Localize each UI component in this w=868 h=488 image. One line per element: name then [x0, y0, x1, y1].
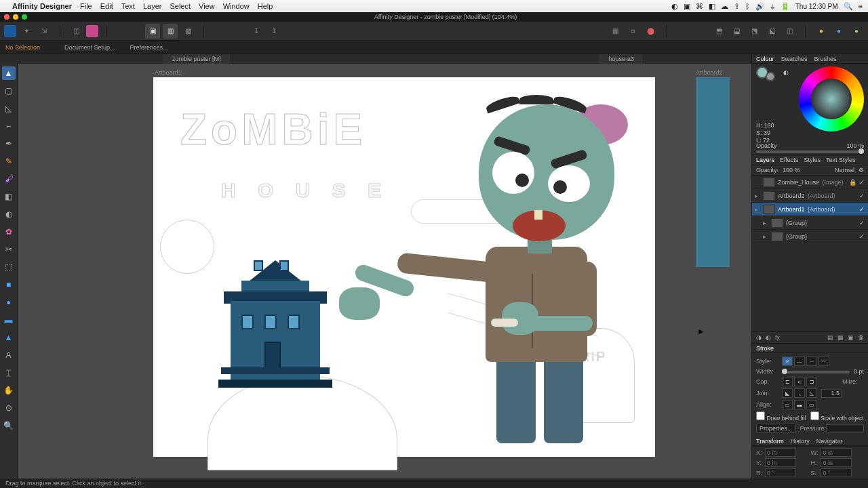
persona-pixel-button[interactable]: ✦ [19, 24, 34, 39]
draw-behind-checkbox[interactable]: Draw behind fill [756, 411, 806, 422]
layer-name[interactable]: Artboard2 (Artboard) [778, 192, 856, 199]
visibility-checkbox[interactable]: ✓ [859, 179, 865, 186]
dropbox-icon[interactable]: ⇪ [734, 2, 740, 11]
status-icon[interactable]: ☁ [721, 2, 728, 11]
fill-tool[interactable]: ◧ [2, 190, 16, 203]
expand-arrow-icon[interactable]: ▸ [763, 233, 768, 240]
stroke-width-slider[interactable] [782, 371, 850, 373]
expand-arrow-icon[interactable]: ▸ [763, 220, 768, 226]
visibility-checkbox[interactable]: ✓ [859, 220, 865, 226]
stroke-width-value[interactable]: 0 pt [854, 368, 864, 375]
text-frame-tool[interactable]: ⌶ [2, 366, 16, 380]
window-maximize-button[interactable] [22, 14, 27, 20]
layer-row[interactable]: ▸Artboard1 (Artboard)✓ [752, 203, 868, 216]
trash-icon[interactable]: 🗑 [858, 334, 864, 341]
tab-colour[interactable]: Colour [756, 56, 774, 62]
status-icon[interactable]: ◧ [709, 2, 715, 11]
crop-tool[interactable]: ✂ [2, 243, 16, 256]
rectangle-tool[interactable]: ■ [2, 278, 16, 291]
move-tool[interactable]: ▲ [2, 66, 16, 80]
notification-center-icon[interactable]: ≡ [859, 2, 863, 10]
volume-icon[interactable]: 🔊 [755, 2, 765, 11]
menu-help[interactable]: Help [258, 2, 273, 10]
lock-icon[interactable]: 🔒 [849, 179, 856, 186]
layer-name[interactable]: (Group) [786, 220, 856, 226]
arrange-button[interactable]: ⬒ [711, 24, 726, 39]
stroke-brush-button[interactable]: 〰 [818, 357, 829, 366]
house-illustration[interactable] [221, 253, 330, 389]
triangle-tool[interactable]: ▲ [2, 331, 16, 344]
cap-butt-button[interactable]: ⊏ [782, 377, 793, 386]
zombie-illustration[interactable] [343, 98, 642, 457]
brush-tool[interactable]: 🖌 [2, 172, 16, 186]
artboard2[interactable] [696, 77, 730, 267]
join-round-button[interactable]: ◟ [794, 388, 805, 398]
mask-icon[interactable]: ◑ [756, 334, 762, 341]
fx-icon[interactable]: fx [775, 334, 780, 341]
ellipse-tool[interactable]: ● [2, 296, 16, 309]
visibility-checkbox[interactable]: ✓ [859, 192, 865, 199]
tab-text-styles[interactable]: Text Styles [826, 157, 856, 163]
menu-file[interactable]: File [80, 2, 92, 10]
snap-geometry-button[interactable]: ▥ [163, 24, 178, 39]
layer-row[interactable]: Zombie_House (Image)🔒✓ [752, 176, 868, 189]
blend-mode-select[interactable]: Normal [835, 167, 854, 174]
toolbar-button[interactable]: ● [831, 24, 846, 39]
transform-y-input[interactable] [765, 458, 796, 467]
tab-transform[interactable]: Transform [756, 438, 784, 445]
node-tool[interactable]: ◺ [2, 102, 16, 115]
document-setup-button[interactable]: Document Setup... [64, 44, 115, 51]
add-layer-icon[interactable]: ▤ [827, 334, 833, 341]
layer-row[interactable]: ▸(Group) ✓ [752, 216, 868, 230]
tab-navigator[interactable]: Navigator [816, 438, 843, 445]
transform-w-input[interactable] [821, 448, 852, 457]
toolbar-button[interactable]: ⬤ [643, 24, 658, 39]
mitre-input[interactable] [821, 389, 842, 398]
tab-swatches[interactable]: Swatches [781, 56, 808, 62]
arrange-button[interactable]: ⬓ [729, 24, 744, 39]
pan-tool[interactable]: ✋ [2, 384, 16, 397]
expand-arrow-icon[interactable]: ▸ [755, 206, 760, 213]
toolbar-button[interactable]: ● [849, 24, 864, 39]
transform-s-input[interactable] [821, 468, 852, 477]
layer-row[interactable]: ▸(Group) ✓ [752, 230, 868, 243]
eyedropper-icon[interactable]: ◐ [783, 69, 789, 76]
artboard-tool[interactable]: ▢ [2, 84, 16, 98]
corner-tool[interactable]: ⌐ [2, 119, 16, 133]
transform-h-input[interactable] [821, 458, 852, 467]
visibility-checkbox[interactable]: ✓ [859, 206, 865, 213]
align-outside-button[interactable]: ▭ [806, 400, 817, 409]
layer-name[interactable]: Artboard1 (Artboard) [778, 206, 856, 213]
menu-select[interactable]: Select [170, 2, 191, 10]
visibility-checkbox[interactable]: ✓ [859, 233, 865, 240]
toolbar-button[interactable] [86, 25, 98, 37]
toolbar-button[interactable]: ↧ [249, 24, 264, 39]
opacity-slider[interactable] [756, 150, 864, 153]
layer-row[interactable]: ▸Artboard2 (Artboard)✓ [752, 189, 868, 203]
colour-wheel[interactable] [799, 66, 864, 131]
app-menu[interactable]: Affinity Designer [12, 2, 72, 10]
status-icon[interactable]: ▣ [684, 2, 690, 11]
menu-window[interactable]: Window [223, 2, 250, 10]
document-tab[interactable]: house-a3 [599, 54, 644, 64]
pencil-tool[interactable]: ✎ [2, 155, 16, 168]
artboard1[interactable]: ZoMBiE H O U S E [153, 77, 655, 457]
adjustment-icon[interactable]: ◐ [766, 334, 771, 341]
menu-text[interactable]: Text [121, 2, 135, 10]
arrange-button[interactable]: ⬕ [764, 24, 779, 39]
transform-x-input[interactable] [765, 448, 796, 457]
wifi-icon[interactable]: ⏚ [770, 2, 775, 10]
battery-icon[interactable]: 🔋 [781, 2, 790, 11]
persona-designer-button[interactable] [4, 25, 16, 37]
stroke-dash-button[interactable]: ┄ [806, 357, 817, 366]
layer-name[interactable]: (Group) [786, 233, 856, 240]
align-inside-button[interactable]: ▬ [794, 400, 805, 409]
window-close-button[interactable] [4, 14, 9, 20]
spotlight-icon[interactable]: 🔍 [844, 2, 853, 11]
pressure-curve[interactable] [826, 424, 864, 432]
tab-history[interactable]: History [791, 438, 810, 445]
arrange-button[interactable]: ◫ [782, 24, 797, 39]
transform-r-input[interactable] [765, 468, 796, 477]
gear-icon[interactable]: ⚙ [859, 167, 864, 174]
stroke-none-button[interactable]: ⊘ [782, 357, 793, 366]
